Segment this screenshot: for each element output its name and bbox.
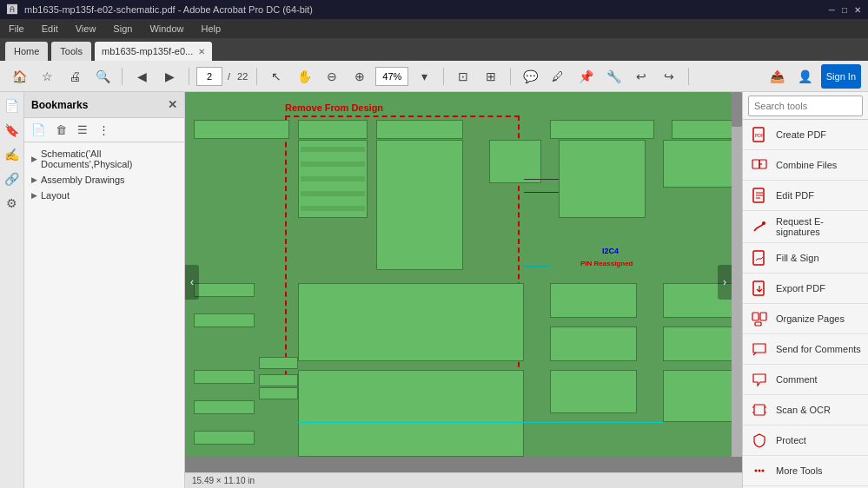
tab-home[interactable]: Home <box>5 42 48 61</box>
search-tools-input[interactable] <box>748 96 863 116</box>
redo-button[interactable]: ↪ <box>657 64 681 89</box>
panel-close-icon[interactable]: ✕ <box>168 98 177 111</box>
signature-icon[interactable]: ✍ <box>4 148 19 162</box>
menu-sign[interactable]: Sign <box>109 22 136 36</box>
pdf-status-bar: 15.49 × 11.10 in <box>185 472 742 488</box>
menu-edit[interactable]: Edit <box>38 22 62 36</box>
tool-organize-pages[interactable]: Organize Pages <box>743 304 868 334</box>
undo-button[interactable]: ↩ <box>629 64 653 89</box>
svg-point-20 <box>755 470 758 472</box>
delete-bookmark-btn[interactable]: 🗑 <box>52 122 70 138</box>
close-button[interactable]: ✕ <box>854 5 861 15</box>
tab-tools-label: Tools <box>60 46 83 56</box>
menu-file[interactable]: File <box>5 22 28 36</box>
cursor-tool-button[interactable]: ↖ <box>264 64 288 89</box>
left-sidebar: 📄 🔖 ✍ 🔗 ⚙ Bookmarks ✕ 📄 🗑 ☰ ⋮ ▶ <box>0 92 185 488</box>
pdf-scroll[interactable]: Remove From Design <box>185 92 742 472</box>
hand-tool-button[interactable]: ✋ <box>292 64 316 89</box>
svg-rect-2 <box>752 160 759 168</box>
menu-help[interactable]: Help <box>198 22 225 36</box>
comp-low-3 <box>663 326 732 361</box>
tool-protect[interactable]: Protect <box>743 425 868 456</box>
tool-more-tools[interactable]: More Tools <box>743 456 868 486</box>
wire-h-3 <box>524 266 550 267</box>
nav-arrow-right[interactable]: › <box>718 265 732 300</box>
comp-block-2 <box>298 120 368 139</box>
new-bookmark-btn[interactable]: 📄 <box>28 122 49 138</box>
comp-bot-4 <box>663 370 732 422</box>
restore-button[interactable]: □ <box>842 5 847 15</box>
share-button[interactable]: 📤 <box>765 64 790 89</box>
i2c4-label: I2C4 <box>602 247 619 255</box>
tree-label-layout: Layout <box>41 190 70 201</box>
nav-arrow-left[interactable]: ‹ <box>185 265 199 300</box>
panel-header: Bookmarks ✕ <box>24 92 184 118</box>
tree-item-schematic[interactable]: ▶ Schematic('All Documents',Physical) <box>28 146 181 172</box>
menu-window[interactable]: Window <box>146 22 187 36</box>
menu-view[interactable]: View <box>72 22 100 36</box>
comp-group-3 <box>489 140 541 183</box>
title-bar-controls[interactable]: ─ □ ✕ <box>829 5 861 15</box>
next-search-button[interactable]: ▶ <box>157 64 182 89</box>
settings-icon[interactable]: ⚙ <box>6 196 17 210</box>
options-bookmark-btn[interactable]: ⋮ <box>95 122 113 138</box>
tool-scan-ocr[interactable]: Scan & OCR <box>743 395 868 425</box>
page-number-input[interactable] <box>196 67 222 86</box>
zoom-out-button[interactable]: ⊖ <box>320 64 344 89</box>
prev-search-button[interactable]: ◀ <box>129 64 154 89</box>
comment-label: Comment <box>776 374 818 385</box>
minimize-button[interactable]: ─ <box>829 5 835 15</box>
tool-export-pdf[interactable]: Export PDF <box>743 274 868 304</box>
tab-close-button[interactable]: ✕ <box>198 47 205 56</box>
pen-button[interactable]: 🖊 <box>546 64 570 89</box>
attachments-icon[interactable]: 🔗 <box>4 172 19 186</box>
tool-combine-files[interactable]: Combine Files <box>743 150 868 181</box>
tree-arrow-schematic: ▶ <box>31 155 37 163</box>
comp-bot-7 <box>194 431 255 445</box>
tree-item-assembly[interactable]: ▶ Assembly Drawings <box>28 172 181 188</box>
side-icon-strip: 📄 🔖 ✍ 🔗 ⚙ <box>0 92 24 488</box>
tab-document[interactable]: mb1635-mp135f-e0... ✕ <box>95 42 212 61</box>
zoom-input[interactable] <box>375 67 408 86</box>
tool-comment[interactable]: Comment <box>743 365 868 395</box>
tool-create-pdf[interactable]: PDF Create PDF <box>743 120 868 150</box>
title-bar-text: mb1635-mp135f-e02-schematic.pdf - Adobe … <box>24 4 313 15</box>
fit-page-button[interactable]: ⊡ <box>451 64 475 89</box>
star-button[interactable]: ☆ <box>35 64 59 89</box>
tab-document-label: mb1635-mp135f-e0... <box>102 46 193 56</box>
tab-tools[interactable]: Tools <box>51 42 91 61</box>
export-pdf-label: Export PDF <box>776 283 825 293</box>
svg-rect-15 <box>754 405 765 415</box>
comp-bot-2 <box>298 370 524 457</box>
comment-button[interactable]: 💬 <box>518 64 542 89</box>
marquee-tool-button[interactable]: ⊞ <box>479 64 503 89</box>
tool-send-comments[interactable]: Send for Comments <box>743 334 868 365</box>
schematic-background: Remove From Design <box>185 92 732 457</box>
bookmarks-icon[interactable]: 🔖 <box>4 123 19 137</box>
pages-icon[interactable]: 📄 <box>4 99 19 113</box>
account-button[interactable]: 👤 <box>793 64 818 89</box>
organize-pages-label: Organize Pages <box>776 313 845 324</box>
expand-bookmark-btn[interactable]: ☰ <box>74 122 91 138</box>
print-button[interactable]: 🖨 <box>63 64 87 89</box>
stamp-button[interactable]: 📌 <box>573 64 598 89</box>
home-button[interactable]: 🏠 <box>7 64 31 89</box>
tool-request-esig[interactable]: Request E-signatures <box>743 211 868 243</box>
scrollbar-thumb[interactable] <box>732 92 742 127</box>
protect-label: Protect <box>776 435 806 445</box>
comp-block-3 <box>376 120 463 139</box>
tools-button[interactable]: 🔧 <box>601 64 626 89</box>
comp-block-5 <box>672 120 732 139</box>
title-bar: 🅰 mb1635-mp135f-e02-schematic.pdf - Adob… <box>0 0 868 19</box>
zoom-in-button[interactable]: ⊕ <box>348 64 372 89</box>
comp-block-1 <box>194 120 289 139</box>
main-area: 📄 🔖 ✍ 🔗 ⚙ Bookmarks ✕ 📄 🗑 ☰ ⋮ ▶ <box>0 92 868 488</box>
tool-edit-pdf[interactable]: Edit PDF <box>743 181 868 211</box>
scrollbar-track[interactable] <box>732 92 742 457</box>
sign-in-button[interactable]: Sign In <box>821 64 861 89</box>
tool-fill-sign[interactable]: Fill & Sign <box>743 243 868 274</box>
zoom-dropdown-button[interactable]: ▾ <box>412 64 436 89</box>
zoom-in-page-button[interactable]: 🔍 <box>90 64 115 89</box>
toolbar-separator-5 <box>510 68 511 85</box>
tree-item-layout[interactable]: ▶ Layout <box>28 188 181 203</box>
